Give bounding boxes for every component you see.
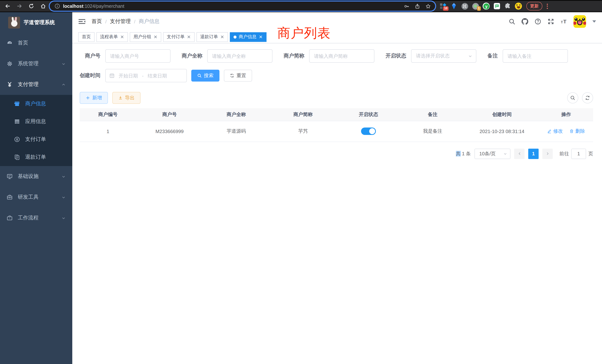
tab-user-group[interactable]: 用户分组 — [130, 32, 161, 42]
url-host: localhost — [63, 3, 83, 9]
close-icon[interactable] — [120, 35, 124, 39]
remark-input[interactable] — [503, 49, 568, 63]
date-range-picker[interactable]: - — [105, 69, 187, 82]
browser-menu-icon[interactable] — [545, 3, 549, 10]
github-icon[interactable] — [522, 18, 528, 25]
extension-meet-icon[interactable]: 1 — [472, 3, 479, 10]
yen-icon — [7, 82, 13, 87]
sidebar-item-payment[interactable]: 支付管理 — [0, 74, 72, 95]
goto-page-input[interactable] — [571, 149, 586, 159]
refresh-table-button[interactable] — [582, 92, 593, 103]
tab-process-form[interactable]: 流程表单 — [96, 32, 128, 42]
extension-y-icon[interactable]: y — [483, 3, 490, 10]
status-label: 开启状态 — [386, 53, 406, 59]
key-icon[interactable] — [404, 3, 409, 9]
url-actions — [404, 3, 431, 9]
extensions-puzzle-icon[interactable] — [504, 3, 511, 10]
breadcrumb-current: 商户信息 — [139, 18, 160, 25]
short-name-input[interactable] — [309, 49, 374, 63]
edit-link[interactable]: 修改 — [547, 128, 563, 135]
help-icon[interactable] — [535, 18, 541, 25]
url-bar[interactable]: localhost:1024/pay/merchant — [50, 1, 435, 11]
sidebar-item-merchant-info[interactable]: 商户信息 — [0, 95, 72, 113]
end-date-input[interactable] — [146, 73, 169, 78]
close-icon[interactable] — [187, 35, 191, 39]
app-logo[interactable]: 芋道管理系统 — [0, 12, 72, 33]
sidebar-submenu: 商户信息 应用信息 支付订单 — [0, 95, 72, 166]
sidebar-item-system[interactable]: 系统管理 — [0, 53, 72, 74]
start-date-input[interactable] — [117, 73, 140, 78]
sidebar-fold-icon[interactable] — [78, 18, 86, 25]
extension-tiles-icon[interactable]: 10 — [440, 3, 447, 10]
search-icon — [197, 73, 202, 78]
table-header-row: 商户编号 商户号 商户全称 商户简称 开启状态 备注 创建时间 操作 — [80, 108, 593, 121]
search-icon[interactable] — [509, 18, 515, 25]
cell-short-name: 芋艿 — [270, 121, 336, 142]
back-icon[interactable] — [4, 3, 10, 9]
site-info-icon[interactable] — [54, 3, 60, 9]
delete-link[interactable]: 删除 — [569, 128, 585, 135]
sidebar-item-infrastructure[interactable]: 基础设施 — [0, 166, 72, 187]
merchant-no-label: 商户号 — [80, 53, 100, 59]
chevron-down-icon — [468, 54, 472, 58]
font-size-icon[interactable]: TT — [560, 18, 567, 25]
status-toggle[interactable] — [361, 128, 376, 135]
full-name-input[interactable] — [207, 49, 272, 63]
document-copy-icon — [14, 154, 20, 160]
sidebar-item-home[interactable]: 首页 — [0, 33, 72, 53]
profile-emoji-icon[interactable] — [515, 3, 522, 10]
close-icon[interactable] — [153, 35, 158, 39]
home-icon[interactable] — [40, 3, 46, 9]
export-button[interactable]: 导出 — [112, 92, 140, 104]
share-icon[interactable] — [415, 3, 420, 9]
breadcrumb-separator: / — [105, 19, 107, 24]
user-avatar[interactable] — [573, 15, 586, 28]
breadcrumb-home[interactable]: 首页 — [92, 18, 102, 25]
chevron-up-icon — [62, 83, 66, 86]
chevron-down-icon — [62, 216, 66, 220]
extension-command-icon[interactable] — [461, 3, 468, 10]
tab-home[interactable]: 首页 — [78, 32, 95, 42]
tags-view: 首页 流程表单 用户分组 支付订单 — [72, 31, 602, 43]
reset-button[interactable]: 重置 — [224, 70, 252, 82]
prev-page-button[interactable] — [514, 149, 525, 159]
tab-pay-order[interactable]: 支付订单 — [163, 32, 195, 42]
refresh-icon — [585, 95, 590, 100]
search-icon — [570, 95, 575, 100]
sidebar: 芋道管理系统 首页 系统管理 — [0, 12, 72, 364]
next-page-button[interactable] — [542, 149, 553, 159]
browser-update-button[interactable]: 更新 — [526, 2, 542, 10]
forward-icon[interactable] — [16, 3, 22, 9]
cell-status — [336, 121, 400, 142]
filter-row-1: 商户号 商户全称 商户简称 开启状态 请选择开启状态 — [80, 49, 593, 63]
active-dot — [234, 35, 236, 38]
avatar-caret-icon[interactable] — [592, 20, 596, 23]
bookmark-star-icon[interactable] — [426, 3, 431, 9]
cell-full-name: 芋道源码 — [203, 121, 270, 142]
tab-refund-order[interactable]: 退款订单 — [196, 32, 228, 42]
add-button[interactable]: 新增 — [80, 92, 108, 104]
page-number-1[interactable]: 1 — [528, 149, 539, 159]
status-select[interactable]: 请选择开启状态 — [411, 49, 476, 63]
close-icon[interactable] — [259, 35, 263, 39]
extension-chat-icon[interactable] — [493, 3, 500, 10]
page-size-select[interactable]: 10条/页 — [474, 149, 510, 159]
search-button[interactable]: 搜索 — [191, 70, 219, 82]
merchant-no-input[interactable] — [105, 49, 171, 63]
sidebar-item-dev-tools[interactable]: 研发工具 — [0, 187, 72, 208]
breadcrumb-payment[interactable]: 支付管理 — [110, 18, 131, 25]
yen-circle-icon — [14, 136, 20, 142]
sidebar-item-refund-order[interactable]: 退款订单 — [0, 148, 72, 166]
sidebar-item-pay-order[interactable]: 支付订单 — [0, 130, 72, 148]
filter-row-2: 创建时间 - 搜索 重置 — [80, 69, 593, 82]
tab-merchant-info[interactable]: 商户信息 — [230, 32, 267, 42]
show-search-button[interactable] — [567, 92, 578, 103]
fullscreen-icon[interactable] — [548, 18, 554, 25]
close-icon[interactable] — [220, 35, 224, 39]
col-full-name: 商户全称 — [203, 108, 270, 121]
reload-icon[interactable] — [28, 3, 34, 9]
sidebar-item-app-info[interactable]: 应用信息 — [0, 113, 72, 130]
sidebar-item-workflow[interactable]: 工作流程 — [0, 208, 72, 228]
chevron-left-icon — [517, 152, 521, 156]
extension-gem-icon[interactable] — [450, 3, 457, 10]
